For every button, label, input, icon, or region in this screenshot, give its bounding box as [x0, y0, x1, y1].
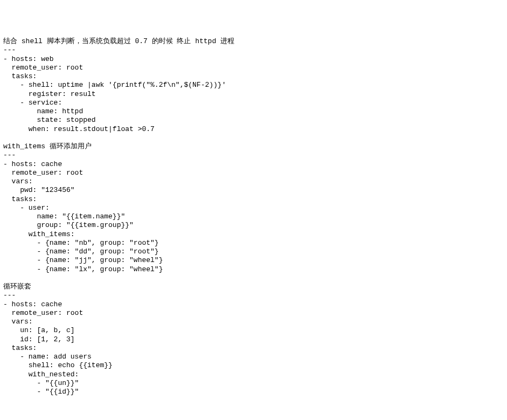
section-2-line: - {name: "nb", group: "root"}	[3, 239, 159, 247]
section-1-separator: ---	[3, 46, 16, 54]
section-2-line: - user:	[3, 204, 50, 212]
section-1-line: remote_user: root	[3, 64, 83, 72]
section-1-line: - service:	[3, 99, 62, 107]
section-1-line: - hosts: web	[3, 55, 54, 63]
section-3-line: tasks:	[3, 344, 37, 352]
section-2-line: tasks:	[3, 195, 37, 203]
section-3-line: un: [a, b, c]	[3, 326, 75, 334]
section-2-line: with_items:	[3, 230, 75, 238]
section-1-title: 结合 shell 脚本判断，当系统负载超过 0.7 的时候 终止 httpd 进…	[3, 37, 234, 45]
section-3-line: with_nested:	[3, 370, 79, 378]
section-3-separator: ---	[3, 291, 16, 299]
section-1-line: - shell: uptime |awk '{printf("%.2f\n",$…	[3, 81, 226, 89]
section-2-line: - {name: "jj", group: "wheel"}	[3, 256, 163, 264]
section-3-line: - name: add users	[3, 353, 92, 361]
document-content: 结合 shell 脚本判断，当系统负载超过 0.7 的时候 终止 httpd 进…	[3, 37, 504, 396]
section-3-line: - "{{id}}"	[3, 388, 79, 396]
section-2-line: name: "{{item.name}}"	[3, 212, 125, 221]
section-2-line: - {name: "dd", group: "root"}	[3, 247, 159, 256]
section-1-line: state: stopped	[3, 116, 96, 124]
section-3-title: 循环嵌套	[3, 283, 31, 291]
section-2-title: with_items 循环添加用户	[3, 142, 92, 150]
section-2-separator: ---	[3, 151, 16, 159]
section-2-line: - {name: "lx", group: "wheel"}	[3, 265, 163, 273]
section-1-line: name: httpd	[3, 107, 83, 115]
section-2-line: group: "{{item.group}}"	[3, 221, 134, 229]
section-3-line: id: [1, 2, 3]	[3, 335, 75, 343]
section-1-line: register: result	[3, 90, 96, 98]
section-1-line: tasks:	[3, 72, 37, 80]
section-2-line: vars:	[3, 177, 33, 185]
section-3-line: remote_user: root	[3, 309, 83, 317]
section-2-line: remote_user: root	[3, 169, 83, 177]
section-2-line: - hosts: cache	[3, 160, 62, 168]
section-3-line: - "{{un}}"	[3, 379, 79, 387]
section-1-line: when: result.stdout|float >0.7	[3, 125, 155, 133]
section-2-line: pwd: "123456"	[3, 186, 75, 194]
section-3-line: shell: echo {{item}}	[3, 361, 113, 369]
section-3-line: - hosts: cache	[3, 300, 62, 308]
section-3-line: vars:	[3, 318, 33, 326]
